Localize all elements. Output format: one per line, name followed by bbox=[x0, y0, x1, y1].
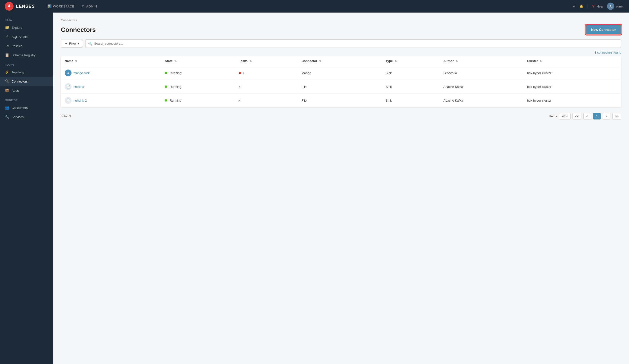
cell-tasks-1: 4 bbox=[235, 80, 298, 94]
filter-caret-icon: ▾ bbox=[78, 42, 79, 45]
sort-icon-cluster: ⇅ bbox=[540, 60, 542, 63]
breadcrumb: Connectors bbox=[61, 18, 621, 22]
col-name-label: Name bbox=[65, 59, 73, 63]
sidebar-item-topology[interactable]: ⚡ Topology bbox=[0, 68, 53, 77]
col-header-tasks[interactable]: Tasks ⇅ bbox=[235, 56, 298, 66]
search-icon: 🔍 bbox=[88, 42, 92, 46]
cell-name-0: ● mongo-sink bbox=[61, 66, 161, 80]
sidebar-item-policies[interactable]: 🗂 Policies bbox=[0, 41, 53, 50]
sort-icon-type: ⇅ bbox=[395, 60, 397, 63]
table-row: ● mongo-sink Running 1 Mongo Sink Lenses… bbox=[61, 66, 621, 80]
sidebar-item-apps[interactable]: 📦 Apps bbox=[0, 86, 53, 95]
cell-state-1: Running bbox=[161, 80, 235, 94]
cell-state-2: Running bbox=[161, 94, 235, 108]
sidebar-item-schema-registry[interactable]: 📋 Schema Registry bbox=[0, 50, 53, 60]
items-label: Items bbox=[549, 115, 557, 118]
topbar-workspace[interactable]: 📊 WORKSPACE bbox=[44, 3, 77, 10]
connector-name-link-0[interactable]: mongo-sink bbox=[73, 71, 90, 75]
sidebar-item-label: Apps bbox=[11, 89, 19, 93]
search-input[interactable] bbox=[85, 39, 621, 48]
col-header-state[interactable]: State ⇅ bbox=[161, 56, 235, 66]
col-tasks-label: Tasks bbox=[239, 59, 248, 63]
col-header-author[interactable]: Author ⇅ bbox=[440, 56, 523, 66]
table-header-row: Name ⇅ State ⇅ Tasks ⇅ bbox=[61, 56, 621, 66]
col-state-label: State bbox=[165, 59, 172, 63]
task-count-1: 4 bbox=[239, 85, 241, 89]
filter-icon: ▼ bbox=[64, 42, 68, 45]
sidebar-section-data: DATA bbox=[0, 15, 53, 23]
col-type-label: Type bbox=[386, 59, 393, 63]
col-cluster-label: Cluster bbox=[527, 59, 538, 63]
status-dot-0 bbox=[165, 72, 167, 74]
bell-icon-btn[interactable]: 🔔 bbox=[580, 4, 583, 8]
logo-icon bbox=[5, 2, 13, 11]
admin-icon: ⚙ bbox=[82, 4, 85, 8]
cell-connector-0: Mongo bbox=[298, 66, 382, 80]
help-btn[interactable]: ❓ Help bbox=[591, 4, 603, 8]
sidebar-item-label: Policies bbox=[11, 44, 22, 48]
connector-icon-2: 📄 bbox=[65, 97, 71, 104]
state-label-1: Running bbox=[169, 85, 181, 89]
items-per-page-selector[interactable]: 20 ▾ bbox=[559, 113, 570, 120]
sidebar-section-flows: FLOWS bbox=[0, 60, 53, 68]
cell-tasks-0: 1 bbox=[235, 66, 298, 80]
cell-author-0: Lenses.io bbox=[440, 66, 523, 80]
connectors-table: Name ⇅ State ⇅ Tasks ⇅ bbox=[61, 56, 621, 107]
topbar-divider bbox=[587, 4, 588, 9]
pagination-first-button[interactable]: << bbox=[573, 113, 581, 120]
filter-button[interactable]: ▼ Filter ▾ bbox=[61, 40, 83, 48]
col-header-name[interactable]: Name ⇅ bbox=[61, 56, 161, 66]
pagination-bar: Total: 3 Items 20 ▾ << < 1 > >> bbox=[61, 113, 621, 120]
main-layout: DATA 📁 Explore 🗄 SQL Studio 🗂 Policies 📋… bbox=[0, 12, 629, 364]
page-header: Connectors New Connector bbox=[61, 25, 621, 34]
connectors-icon: 🔌 bbox=[5, 79, 9, 84]
results-count: 3 connectors found bbox=[61, 51, 621, 54]
connector-name-link-2[interactable]: nullsink-2 bbox=[73, 99, 87, 102]
filter-label: Filter bbox=[69, 42, 76, 45]
new-connector-button[interactable]: New Connector bbox=[586, 25, 621, 34]
col-header-connector[interactable]: Connector ⇅ bbox=[298, 56, 382, 66]
connector-icon-0: ● bbox=[65, 70, 71, 76]
task-error-dot bbox=[239, 72, 241, 74]
sort-icon-tasks: ⇅ bbox=[250, 60, 252, 63]
avatar-initial: A bbox=[610, 4, 612, 8]
cell-cluster-2: box-hyper-cluster bbox=[523, 94, 621, 108]
sort-icon-name: ⇅ bbox=[75, 60, 77, 63]
sidebar-item-label: Schema Registry bbox=[11, 53, 35, 57]
connector-name-link-1[interactable]: nullsink bbox=[73, 85, 84, 89]
col-author-label: Author bbox=[444, 59, 454, 63]
col-header-type[interactable]: Type ⇅ bbox=[382, 56, 440, 66]
cell-cluster-0: box-hyper-cluster bbox=[523, 66, 621, 80]
pagination-next-button[interactable]: > bbox=[603, 113, 610, 120]
services-icon: 🔧 bbox=[5, 115, 9, 119]
pagination-prev-button[interactable]: < bbox=[583, 113, 591, 120]
sidebar-item-consumers[interactable]: 👥 Consumers bbox=[0, 103, 53, 112]
topbar: LENSES 📊 WORKSPACE ⚙ ADMIN ✔ 🔔 ❓ Help A bbox=[0, 0, 629, 12]
admin-label: ADMIN bbox=[86, 4, 97, 8]
cell-state-0: Running bbox=[161, 66, 235, 80]
sidebar-item-services[interactable]: 🔧 Services bbox=[0, 112, 53, 121]
content-area: Connectors Connectors New Connector ▼ Fi… bbox=[53, 12, 629, 364]
user-menu[interactable]: A admin bbox=[607, 3, 624, 10]
pagination-current-page[interactable]: 1 bbox=[593, 113, 601, 120]
sidebar-item-explore[interactable]: 📁 Explore bbox=[0, 23, 53, 32]
sidebar-item-sql-studio[interactable]: 🗄 SQL Studio bbox=[0, 32, 53, 41]
sidebar-item-label: SQL Studio bbox=[11, 35, 27, 39]
cell-type-2: Sink bbox=[382, 94, 440, 108]
topology-icon: ⚡ bbox=[5, 70, 9, 74]
pagination-right: Items 20 ▾ << < 1 > >> bbox=[549, 113, 621, 120]
pagination-last-button[interactable]: >> bbox=[612, 113, 621, 120]
avatar: A bbox=[607, 3, 614, 10]
topbar-admin[interactable]: ⚙ ADMIN bbox=[79, 3, 100, 10]
sql-studio-icon: 🗄 bbox=[5, 34, 9, 39]
cell-cluster-1: box-hyper-cluster bbox=[523, 80, 621, 94]
svg-point-1 bbox=[9, 4, 9, 5]
col-header-cluster[interactable]: Cluster ⇅ bbox=[523, 56, 621, 66]
task-badge-0: 1 bbox=[239, 71, 244, 75]
sidebar-item-label: Topology bbox=[11, 71, 24, 74]
task-badge-1: 4 bbox=[239, 85, 241, 89]
cell-type-0: Sink bbox=[382, 66, 440, 80]
check-icon-btn[interactable]: ✔ bbox=[573, 4, 576, 8]
sidebar-item-connectors[interactable]: 🔌 Connectors bbox=[0, 77, 53, 86]
sort-icon-state: ⇅ bbox=[174, 60, 176, 63]
